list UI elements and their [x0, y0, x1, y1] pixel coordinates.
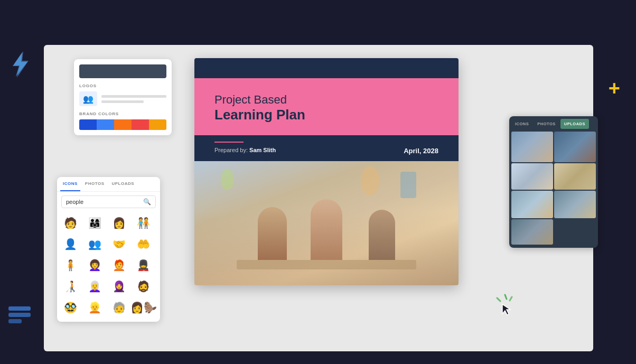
icon-cell-10[interactable]: 👩‍🦱 [85, 255, 105, 275]
swatch-blue-dark [79, 119, 97, 130]
slide-title-bold: Learning Plan [214, 107, 438, 123]
brand-colors-label: BRAND COLORS [79, 111, 166, 116]
svg-rect-3 [8, 313, 31, 317]
icon-cell-6[interactable]: 👥 [85, 234, 105, 254]
brand-panel: LOGOS 👥 BRAND COLORS [74, 59, 172, 135]
icon-cell-4[interactable]: 🧑‍🤝‍🧑 [134, 213, 154, 233]
tab-icons[interactable]: ICONS [60, 177, 80, 191]
logo-icon: 👥 [79, 91, 97, 106]
svg-rect-2 [8, 306, 31, 311]
anchor-decorative-icon [4, 299, 35, 330]
tab-photos[interactable]: PHOTOS [82, 177, 107, 191]
slide-container: Project Based Learning Plan Prepared by:… [194, 58, 459, 285]
slide-top-bar [194, 58, 459, 78]
plus-decorative-icon: + [609, 78, 620, 98]
svg-marker-1 [14, 51, 29, 78]
icon-cell-20[interactable]: 👩‍🦫 [134, 297, 154, 318]
brand-panel-header [79, 64, 166, 78]
photos-tab-icons[interactable]: ICONS [511, 118, 532, 129]
prepared-by-text: Prepared by: Sam Slith [214, 147, 276, 153]
photos-panel-tabs: ICONS PHOTOS UPLOADS [509, 116, 598, 129]
photo-thumb-1[interactable] [511, 132, 553, 162]
icon-cell-15[interactable]: 🧕 [109, 276, 129, 296]
photo-thumb-7[interactable] [511, 219, 553, 245]
icon-cell-1[interactable]: 🧑 [60, 213, 80, 233]
svg-line-7 [497, 298, 500, 301]
swatch-red [132, 119, 149, 130]
photos-tab-uploads[interactable]: UPLOADS [560, 119, 589, 129]
icon-panel-tabs: ICONS PHOTOS UPLOADS [57, 177, 160, 192]
photo-thumb-6[interactable] [554, 191, 596, 218]
slide-title-light: Project Based [214, 93, 438, 107]
photo-thumb-3[interactable] [511, 163, 553, 190]
icon-cell-16[interactable]: 🧔 [134, 276, 154, 296]
icon-cell-18[interactable]: 👱 [85, 297, 105, 318]
icon-cell-5[interactable]: 👤 [60, 234, 80, 254]
icon-cell-12[interactable]: 💂 [134, 255, 154, 275]
swatch-orange [114, 119, 132, 130]
swatch-yellow [149, 119, 166, 130]
icon-search-panel: ICONS PHOTOS UPLOADS people 🔍 🧑 👨‍👩‍👧 👩 … [57, 177, 160, 322]
icon-cell-7[interactable]: 🤝 [109, 234, 129, 254]
logos-row: 👥 [79, 91, 166, 106]
slide-info-bar: Prepared by: Sam Slith April, 2028 [194, 135, 459, 161]
logo-text-lines [101, 95, 166, 103]
icon-grid: 🧑 👨‍👩‍👧 👩 🧑‍🤝‍🧑 👤 👥 🤝 🤲 🧍 👩‍🦱 🧑‍🦰 💂 🧑‍🦯 … [57, 212, 160, 322]
bolt-decorative-icon [6, 50, 34, 78]
icon-cell-9[interactable]: 🧍 [60, 255, 80, 275]
photo-thumb-2[interactable] [554, 132, 596, 162]
photos-tab-photos[interactable]: PHOTOS [534, 118, 559, 129]
slide-divider-line [214, 142, 244, 143]
slide-pink-section: Project Based Learning Plan [194, 78, 459, 135]
search-bar[interactable]: people 🔍 [61, 195, 156, 208]
swatch-blue [97, 119, 114, 130]
search-query-text: people [66, 199, 143, 205]
svg-marker-8 [502, 304, 510, 315]
icon-cell-11[interactable]: 🧑‍🦰 [109, 255, 129, 275]
logos-label: LOGOS [79, 83, 166, 88]
icon-cell-8[interactable]: 🤲 [134, 234, 154, 254]
svg-rect-4 [8, 319, 22, 323]
icon-cell-13[interactable]: 🧑‍🦯 [60, 276, 80, 296]
photos-grid [509, 129, 598, 248]
svg-line-6 [510, 297, 512, 301]
search-icon[interactable]: 🔍 [143, 198, 151, 206]
photo-thumb-5[interactable] [511, 191, 553, 218]
tab-uploads[interactable]: UPLOADS [109, 177, 137, 191]
icon-cell-2[interactable]: 👨‍👩‍👧 [85, 213, 105, 233]
color-swatches [79, 119, 166, 130]
icon-cell-3[interactable]: 👩 [109, 213, 129, 233]
icon-cell-19[interactable]: 🧓 [109, 297, 129, 318]
svg-line-5 [505, 295, 507, 299]
slide-date: April, 2028 [404, 147, 438, 155]
photo-thumb-4[interactable] [554, 163, 596, 190]
icon-cell-14[interactable]: 👩‍🦳 [85, 276, 105, 296]
photos-panel: ICONS PHOTOS UPLOADS [509, 116, 598, 248]
slide-image [194, 161, 459, 285]
icon-cell-17[interactable]: 🥸 [60, 297, 80, 318]
cursor-indicator [491, 291, 520, 322]
